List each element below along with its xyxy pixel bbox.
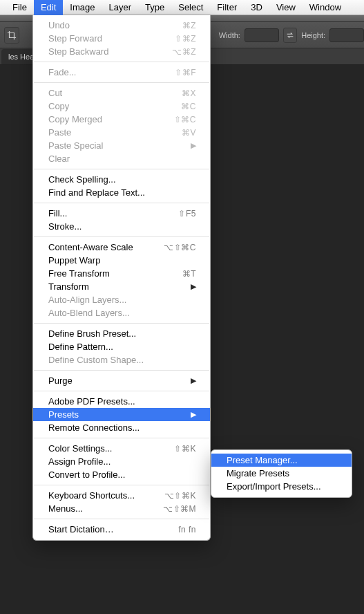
menu-separator bbox=[34, 62, 209, 62]
menu-item-adobe-pdf-presets[interactable]: Adobe PDF Presets... bbox=[33, 395, 210, 408]
menu-item-label: Preset Manager... bbox=[227, 455, 338, 465]
menu-shortcut: ⌘X bbox=[182, 89, 196, 98]
edit-menu-panel: Undo⌘ZStep Forward⇧⌘ZStep Backward⌥⌘ZFad… bbox=[32, 15, 211, 541]
menu-separator bbox=[34, 485, 209, 485]
menu-shortcut: ⇧⌘F bbox=[175, 68, 196, 77]
submenu-arrow-icon: ▶ bbox=[191, 282, 196, 291]
menu-edit[interactable]: Edit bbox=[34, 0, 63, 15]
menu-filter[interactable]: Filter bbox=[210, 0, 244, 15]
menu-item-paste: Paste⌘V bbox=[33, 126, 210, 139]
menu-item-label: Define Custom Shape... bbox=[48, 355, 196, 365]
menu-shortcut: ⌥⇧⌘M bbox=[163, 504, 196, 514]
crop-tool-icon[interactable] bbox=[4, 27, 19, 44]
menu-view[interactable]: View bbox=[269, 0, 303, 15]
menu-item-label: Define Brush Preset... bbox=[48, 328, 196, 339]
menu-item-fill[interactable]: Fill...⇧F5 bbox=[33, 207, 210, 220]
menu-separator bbox=[34, 391, 209, 391]
menu-item-auto-align-layers: Auto-Align Layers... bbox=[33, 293, 210, 306]
menu-item-define-custom-shape: Define Custom Shape... bbox=[33, 353, 210, 366]
menu-item-color-settings[interactable]: Color Settings...⇧⌘K bbox=[33, 442, 210, 455]
menu-item-label: Adobe PDF Presets... bbox=[48, 396, 196, 407]
submenu-item-export-import-presets[interactable]: Export/Import Presets... bbox=[211, 480, 352, 493]
menu-layer[interactable]: Layer bbox=[102, 0, 139, 15]
menu-item-find-and-replace-text[interactable]: Find and Replace Text... bbox=[33, 186, 210, 199]
submenu-item-preset-manager[interactable]: Preset Manager... bbox=[211, 454, 352, 467]
menu-item-puppet-warp[interactable]: Puppet Warp bbox=[33, 254, 210, 267]
submenu-arrow-icon: ▶ bbox=[191, 410, 196, 419]
menu-separator bbox=[34, 203, 209, 203]
menu-item-label: Start Dictation… bbox=[48, 524, 178, 534]
menu-item-start-dictation[interactable]: Start Dictation…fn fn bbox=[33, 523, 210, 536]
menu-item-stroke[interactable]: Stroke... bbox=[33, 220, 210, 233]
menu-separator bbox=[34, 236, 209, 237]
menu-item-presets[interactable]: Presets▶ bbox=[33, 408, 210, 421]
menu-item-label: Clear bbox=[48, 154, 196, 164]
width-input[interactable] bbox=[245, 28, 279, 42]
menu-item-label: Paste bbox=[48, 127, 182, 138]
menu-item-define-pattern[interactable]: Define Pattern... bbox=[33, 340, 210, 353]
menu-item-undo: Undo⌘Z bbox=[33, 19, 210, 32]
menu-item-label: Find and Replace Text... bbox=[48, 187, 196, 198]
menu-item-label: Fill... bbox=[48, 208, 178, 218]
menu-item-label: Color Settings... bbox=[48, 443, 174, 454]
menu-item-label: Convert to Profile... bbox=[48, 469, 196, 480]
menu-separator bbox=[34, 82, 209, 83]
menu-item-label: Presets bbox=[48, 409, 185, 420]
menu-item-remote-connections[interactable]: Remote Connections... bbox=[33, 421, 210, 434]
menu-image[interactable]: Image bbox=[63, 0, 102, 15]
menu-shortcut: ⌥⇧⌘C bbox=[164, 243, 196, 252]
menu-item-label: Cut bbox=[48, 88, 182, 98]
height-input[interactable] bbox=[329, 28, 364, 42]
height-label: Height: bbox=[301, 31, 325, 39]
menu-item-label: Assign Profile... bbox=[48, 456, 196, 467]
menu-shortcut: ⇧⌘C bbox=[174, 115, 196, 124]
menu-item-label: Remote Connections... bbox=[48, 422, 196, 433]
swap-dims-icon[interactable] bbox=[283, 28, 297, 43]
menu-item-convert-to-profile[interactable]: Convert to Profile... bbox=[33, 468, 210, 481]
menu-item-step-forward: Step Forward⇧⌘Z bbox=[33, 32, 210, 45]
menu-item-free-transform[interactable]: Free Transform⌘T bbox=[33, 267, 210, 280]
menu-item-clear: Clear bbox=[33, 152, 210, 165]
menu-shortcut: ⌘Z bbox=[182, 21, 196, 30]
menu-select[interactable]: Select bbox=[171, 0, 210, 15]
menu-shortcut: ⌥⇧⌘K bbox=[164, 491, 196, 501]
presets-submenu-panel: Preset Manager...Migrate PresetsExport/I… bbox=[211, 449, 352, 498]
menu-item-label: Menus... bbox=[48, 503, 163, 514]
menu-3d[interactable]: 3D bbox=[244, 0, 269, 15]
menu-item-transform[interactable]: Transform▶ bbox=[33, 280, 210, 293]
menu-file[interactable]: File bbox=[6, 0, 34, 15]
menu-item-label: Paste Special bbox=[48, 140, 185, 151]
menu-item-content-aware-scale[interactable]: Content-Aware Scale⌥⇧⌘C bbox=[33, 241, 210, 254]
menu-item-keyboard-shortcuts[interactable]: Keyboard Shortcuts...⌥⇧⌘K bbox=[33, 489, 210, 502]
menu-item-paste-special: Paste Special▶ bbox=[33, 139, 210, 152]
menu-item-label: Check Spelling... bbox=[48, 174, 196, 185]
menu-separator bbox=[34, 519, 209, 519]
menu-item-menus[interactable]: Menus...⌥⇧⌘M bbox=[33, 502, 210, 515]
menu-item-label: Undo bbox=[48, 20, 182, 30]
menu-item-step-backward: Step Backward⌥⌘Z bbox=[33, 45, 210, 58]
menu-item-label: Step Backward bbox=[48, 46, 172, 57]
menu-item-purge[interactable]: Purge▶ bbox=[33, 374, 210, 387]
menu-item-define-brush-preset[interactable]: Define Brush Preset... bbox=[33, 327, 210, 340]
menu-item-label: Stroke... bbox=[48, 221, 196, 232]
menu-item-label: Step Forward bbox=[48, 33, 175, 44]
menu-item-assign-profile[interactable]: Assign Profile... bbox=[33, 455, 210, 468]
swap-icon bbox=[285, 30, 295, 40]
submenu-item-migrate-presets[interactable]: Migrate Presets bbox=[211, 467, 352, 480]
menu-type[interactable]: Type bbox=[138, 0, 171, 15]
menu-item-label: Auto-Blend Layers... bbox=[48, 308, 196, 318]
menu-shortcut: ⇧⌘Z bbox=[175, 34, 196, 44]
menu-shortcut: ⇧⌘K bbox=[174, 444, 196, 454]
menu-separator bbox=[34, 323, 209, 324]
menu-separator bbox=[34, 169, 209, 169]
menu-item-auto-blend-layers: Auto-Blend Layers... bbox=[33, 306, 210, 319]
menu-item-label: Fade... bbox=[48, 67, 175, 77]
menu-shortcut: fn fn bbox=[178, 525, 196, 534]
submenu-arrow-icon: ▶ bbox=[191, 141, 196, 150]
menu-item-label: Copy Merged bbox=[48, 114, 174, 124]
menu-item-label: Free Transform bbox=[48, 268, 182, 279]
menu-shortcut: ⇧F5 bbox=[178, 209, 196, 218]
menu-shortcut: ⌘V bbox=[182, 128, 196, 138]
menu-window[interactable]: Window bbox=[303, 0, 348, 15]
menu-item-check-spelling[interactable]: Check Spelling... bbox=[33, 173, 210, 186]
